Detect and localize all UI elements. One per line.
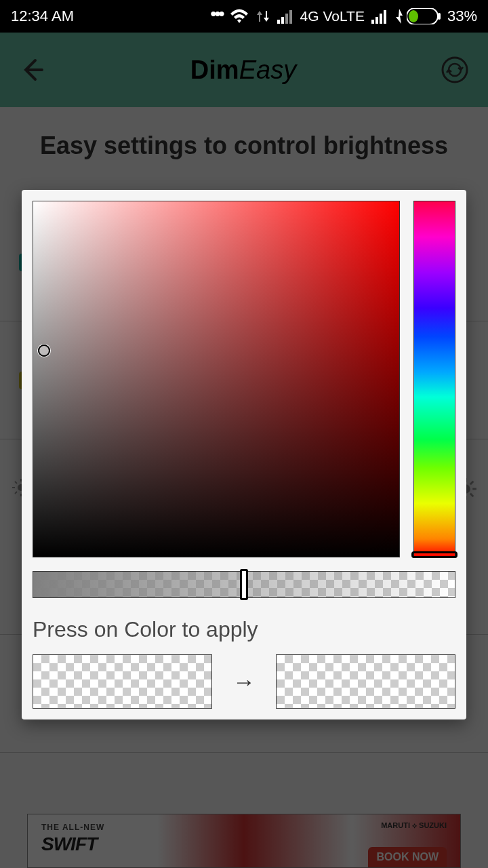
svg-rect-2 — [285, 14, 288, 24]
status-bar: 12:34 AM ••• 4G VoLTE 33% — [0, 0, 488, 33]
saturation-value-panel[interactable] — [33, 201, 400, 557]
svg-rect-5 — [375, 17, 378, 24]
data-updown-icon — [256, 8, 270, 24]
alpha-indicator[interactable] — [240, 569, 248, 600]
apply-label: Press on Color to apply — [33, 617, 455, 642]
signal-icon-1 — [277, 9, 293, 24]
hue-slider[interactable] — [413, 201, 455, 557]
svg-rect-6 — [380, 14, 382, 24]
battery-percent: 33% — [447, 7, 477, 25]
hue-indicator[interactable] — [411, 551, 458, 558]
svg-rect-3 — [289, 10, 292, 24]
svg-rect-0 — [277, 20, 280, 24]
status-time: 12:34 AM — [11, 7, 74, 25]
network-label: 4G VoLTE — [300, 8, 365, 24]
new-color-swatch[interactable] — [276, 654, 455, 709]
alpha-slider[interactable] — [33, 571, 455, 598]
signal-icon-2 — [371, 9, 388, 24]
svg-rect-1 — [281, 17, 284, 24]
battery-icon — [394, 8, 441, 24]
svg-rect-7 — [384, 10, 386, 24]
more-icon: ••• — [210, 5, 222, 22]
color-picker-dialog: Press on Color to apply → — [22, 190, 466, 719]
old-color-swatch[interactable] — [33, 654, 212, 709]
arrow-right-icon: → — [232, 669, 256, 695]
sv-indicator[interactable] — [38, 344, 50, 357]
svg-rect-9 — [438, 13, 441, 20]
svg-rect-10 — [409, 10, 418, 22]
wifi-icon — [230, 9, 249, 24]
svg-rect-4 — [371, 20, 374, 24]
